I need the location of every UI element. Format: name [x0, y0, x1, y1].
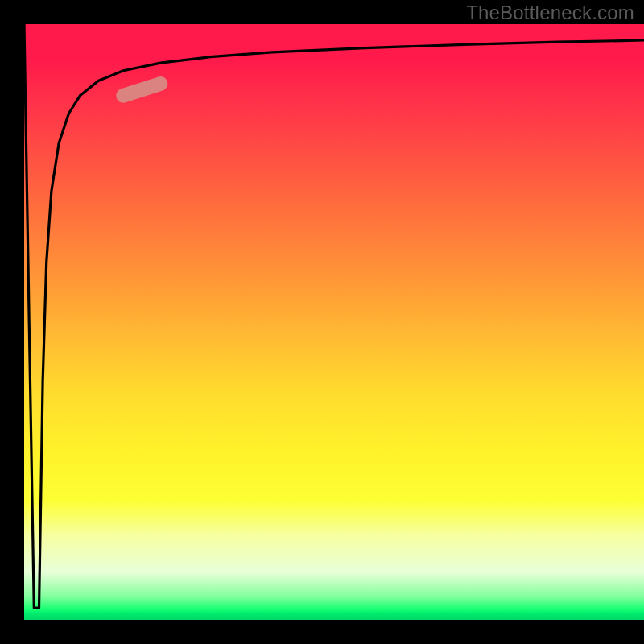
chart-stage: TheBottleneck.com: [0, 0, 644, 644]
attribution-text: TheBottleneck.com: [466, 2, 634, 24]
bottleneck-curve: [24, 24, 644, 608]
highlight-marker-icon: [123, 84, 160, 96]
plot-area: [24, 24, 644, 620]
curve-layer: [24, 24, 644, 620]
